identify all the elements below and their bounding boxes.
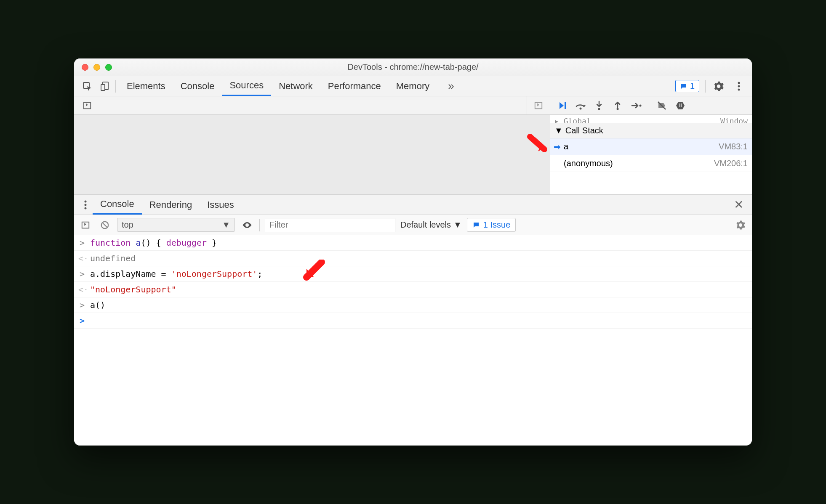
issues-badge[interactable]: 1 xyxy=(675,80,699,92)
call-stack-header[interactable]: ▼Call Stack xyxy=(550,123,752,138)
divider xyxy=(705,80,706,93)
scope-global-row[interactable]: ▸ Global Window xyxy=(550,115,752,123)
clear-console-icon[interactable] xyxy=(98,218,112,232)
more-tabs-button[interactable]: » xyxy=(440,76,461,96)
tab-elements[interactable]: Elements xyxy=(119,76,173,96)
drawer-tabs: ConsoleRenderingIssues ✕ xyxy=(74,195,752,215)
console-row-output: <·"noLongerSupport" xyxy=(74,282,752,297)
show-navigator-icon[interactable] xyxy=(80,98,94,113)
console-row-prompt[interactable]: > xyxy=(74,313,752,329)
output-marker-icon: <· xyxy=(78,253,86,263)
debugger-controls xyxy=(550,96,752,114)
console-toolbar: top▼ Default levels▼ 1 Issue xyxy=(74,215,752,235)
drawer-tab-rendering[interactable]: Rendering xyxy=(142,195,200,215)
context-selector[interactable]: top▼ xyxy=(117,218,235,232)
console-row-input: >a.displayName = 'noLongerSupport'; xyxy=(74,266,752,282)
deactivate-breakpoints-button[interactable] xyxy=(656,100,668,111)
step-over-button[interactable] xyxy=(575,100,586,111)
drawer-menu-icon[interactable] xyxy=(78,198,93,212)
svg-point-5 xyxy=(738,88,740,90)
console-row-input: >a() xyxy=(74,297,752,313)
svg-rect-7 xyxy=(535,102,542,109)
input-marker-icon: > xyxy=(78,269,86,279)
svg-point-15 xyxy=(85,200,87,202)
svg-rect-2 xyxy=(101,85,105,90)
main-tabs: ElementsConsoleSourcesNetworkPerformance… xyxy=(74,76,752,96)
output-marker-icon: <· xyxy=(78,284,86,294)
stack-frame[interactable]: (anonymous)VM206:1 xyxy=(550,155,752,172)
tab-console[interactable]: Console xyxy=(173,76,222,96)
svg-point-4 xyxy=(738,85,740,87)
tab-network[interactable]: Network xyxy=(271,76,320,96)
svg-point-10 xyxy=(598,108,600,110)
console-row-output: <·undefined xyxy=(74,251,752,266)
console-sidebar-toggle-icon[interactable] xyxy=(78,218,93,232)
step-into-button[interactable] xyxy=(593,100,605,111)
window-title: DevTools - chrome://new-tab-page/ xyxy=(74,62,752,72)
input-marker-icon: > xyxy=(78,238,86,248)
drawer-tab-console[interactable]: Console xyxy=(93,195,142,215)
issues-count: 1 xyxy=(690,81,695,91)
show-debugger-icon[interactable] xyxy=(531,98,546,113)
step-button[interactable] xyxy=(630,100,642,111)
sources-toolbar xyxy=(74,96,752,115)
svg-rect-8 xyxy=(565,102,566,109)
svg-point-11 xyxy=(617,108,619,110)
sources-body: ▸ Global Window ▼Call Stack ➡aVM83:1(ano… xyxy=(74,115,752,195)
resume-button[interactable] xyxy=(556,100,568,111)
device-toggle-icon[interactable] xyxy=(98,79,112,93)
svg-rect-18 xyxy=(82,222,89,228)
divider xyxy=(115,80,116,93)
svg-point-3 xyxy=(738,82,740,84)
svg-point-12 xyxy=(639,104,642,106)
stack-frame[interactable]: ➡aVM83:1 xyxy=(550,138,752,155)
issues-link[interactable]: 1 Issue xyxy=(467,218,516,232)
more-menu-icon[interactable] xyxy=(732,79,746,93)
svg-point-16 xyxy=(85,204,87,206)
drawer-close-button[interactable]: ✕ xyxy=(730,198,748,212)
tab-memory[interactable]: Memory xyxy=(389,76,437,96)
svg-rect-14 xyxy=(681,103,682,107)
svg-point-17 xyxy=(85,207,87,209)
pause-exceptions-button[interactable] xyxy=(674,100,686,111)
drawer-tab-issues[interactable]: Issues xyxy=(200,195,242,215)
svg-rect-6 xyxy=(84,102,91,109)
step-out-button[interactable] xyxy=(612,100,623,111)
svg-point-9 xyxy=(580,107,582,109)
input-marker-icon: > xyxy=(78,300,86,310)
filter-input[interactable] xyxy=(265,218,395,232)
code-editor-area[interactable] xyxy=(74,115,550,195)
tab-performance[interactable]: Performance xyxy=(320,76,389,96)
console-settings-icon[interactable] xyxy=(733,218,748,232)
log-level-selector[interactable]: Default levels▼ xyxy=(400,220,462,230)
prompt-marker-icon: > xyxy=(78,316,86,326)
console-log[interactable]: >function a() { debugger }<·undefined>a.… xyxy=(74,235,752,446)
svg-rect-13 xyxy=(679,103,680,107)
console-row-input: >function a() { debugger } xyxy=(74,235,752,251)
devtools-window: DevTools - chrome://new-tab-page/ Elemen… xyxy=(74,58,752,446)
titlebar: DevTools - chrome://new-tab-page/ xyxy=(74,58,752,76)
settings-gear-icon[interactable] xyxy=(711,79,726,93)
tab-sources[interactable]: Sources xyxy=(222,76,271,96)
debugger-sidebar: ▸ Global Window ▼Call Stack ➡aVM83:1(ano… xyxy=(550,115,752,195)
inspect-element-icon[interactable] xyxy=(80,79,94,93)
live-expression-icon[interactable] xyxy=(240,218,254,232)
